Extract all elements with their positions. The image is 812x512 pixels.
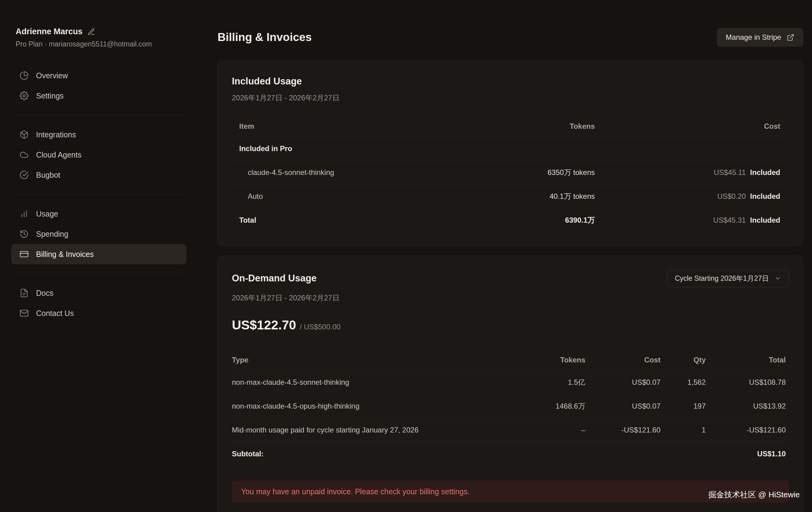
- row-type: non-max-claude-4.5-opus-high-thinking: [232, 402, 494, 410]
- check-circle-icon: [20, 170, 29, 180]
- item-cost-cell: US$0.20 Included: [595, 192, 789, 200]
- column-header-cost: Cost: [585, 356, 661, 364]
- sidebar-item-overview[interactable]: Overview: [11, 65, 186, 86]
- group-label: Included in Pro: [232, 144, 446, 153]
- column-header-tokens: Tokens: [446, 122, 595, 131]
- sidebar-item-spending[interactable]: Spending: [11, 224, 186, 244]
- sidebar-item-label: Billing & Invoices: [36, 250, 94, 259]
- included-usage-date-range: 2026年1月27日 - 2026年2月27日: [232, 93, 789, 103]
- row-qty: 1: [661, 426, 706, 434]
- external-link-icon: [787, 34, 794, 41]
- on-demand-amount-row: US$122.70 / US$500.00: [232, 318, 789, 332]
- cycle-selector-label: Cycle Starting 2026年1月27日: [675, 274, 769, 283]
- sidebar-item-label: Settings: [36, 91, 63, 100]
- bar-chart-icon: [20, 209, 29, 218]
- included-usage-title: Included Usage: [232, 76, 789, 87]
- on-demand-table: Type Tokens Cost Qty Total non-max-claud…: [232, 350, 789, 466]
- item-tokens: 40.1万 tokens: [446, 191, 595, 201]
- row-qty: 1,562: [661, 378, 706, 386]
- column-header-qty: Qty: [661, 356, 706, 364]
- subtotal-label: Subtotal:: [232, 450, 494, 458]
- profile: Adrienne Marcus Pro Plan · mariarosagen5…: [11, 27, 202, 48]
- total-cost-cell: US$45.31 Included: [595, 216, 789, 224]
- billing-page: Adrienne Marcus Pro Plan · mariarosagen5…: [0, 0, 812, 512]
- on-demand-limit: / US$500.00: [300, 323, 340, 331]
- sidebar-item-label: Docs: [36, 289, 54, 298]
- manage-button-label: Manage in Stripe: [726, 33, 781, 42]
- edit-profile-icon[interactable]: [87, 28, 95, 36]
- sidebar-item-bugbot[interactable]: Bugbot: [11, 165, 186, 185]
- row-cost: US$0.07: [585, 402, 661, 410]
- cycle-selector[interactable]: Cycle Starting 2026年1月27日: [667, 269, 789, 287]
- row-total: US$13.92: [706, 402, 789, 410]
- sidebar-item-billing-invoices[interactable]: Billing & Invoices: [11, 244, 186, 264]
- sidebar-item-label: Usage: [36, 210, 58, 218]
- sidebar-item-settings[interactable]: Settings: [11, 86, 186, 106]
- history-clock-icon: [20, 230, 29, 239]
- mail-icon: [20, 308, 29, 318]
- sidebar: Adrienne Marcus Pro Plan · mariarosagen5…: [0, 0, 202, 512]
- item-cost: US$45.11: [714, 168, 746, 177]
- profile-name: Adrienne Marcus: [16, 27, 83, 36]
- row-type: non-max-claude-4.5-sonnet-thinking: [232, 378, 494, 386]
- table-header-row: Item Tokens Cost: [232, 116, 789, 137]
- item-name: claude-4.5-sonnet-thinking: [232, 168, 446, 177]
- chevron-down-icon: [775, 275, 781, 282]
- row-tokens: –: [494, 426, 585, 434]
- column-header-total: Total: [706, 356, 789, 364]
- on-demand-card-header: On-Demand Usage Cycle Starting 2026年1月27…: [232, 269, 789, 287]
- subtotal-row: Subtotal: US$1.10: [232, 442, 789, 466]
- column-header-item: Item: [232, 122, 446, 131]
- table-row: Auto 40.1万 tokens US$0.20 Included: [232, 184, 789, 208]
- on-demand-date-range: 2026年1月27日 - 2026年2月27日: [232, 293, 789, 302]
- sidebar-divider: [11, 115, 186, 115]
- sidebar-item-label: Cloud Agents: [36, 151, 82, 159]
- sidebar-item-label: Contact Us: [36, 309, 74, 318]
- total-cost: US$45.31: [713, 216, 746, 224]
- pie-chart-icon: [20, 71, 29, 80]
- sidebar-item-usage[interactable]: Usage: [11, 204, 186, 224]
- table-row: Mid-month usage paid for cycle starting …: [232, 418, 789, 442]
- row-qty: 197: [661, 402, 706, 410]
- table-row: claude-4.5-sonnet-thinking 6350万 tokens …: [232, 161, 789, 184]
- table-row: non-max-claude-4.5-opus-high-thinking 14…: [232, 394, 789, 418]
- warning-text: You may have an unpaid invoice. Please c…: [241, 487, 469, 496]
- gear-icon: [20, 91, 29, 100]
- included-badge: Included: [750, 168, 780, 177]
- included-badge: Included: [750, 192, 780, 200]
- package-icon: [20, 130, 29, 139]
- on-demand-usage-title: On-Demand Usage: [232, 272, 317, 284]
- sidebar-divider: [11, 194, 186, 194]
- column-header-type: Type: [232, 356, 494, 364]
- included-usage-table: Item Tokens Cost Included in Pro claude-…: [232, 116, 789, 232]
- on-demand-usage-card: On-Demand Usage Cycle Starting 2026年1月27…: [218, 256, 803, 512]
- row-cost: -US$121.60: [585, 426, 661, 434]
- table-row: non-max-claude-4.5-sonnet-thinking 1.5亿 …: [232, 370, 789, 394]
- main-content: Billing & Invoices Manage in Stripe Incl…: [218, 0, 803, 512]
- sidebar-nav: Overview Settings Integrations Cloud Age…: [11, 65, 202, 323]
- sidebar-item-label: Overview: [36, 71, 68, 80]
- sidebar-divider: [11, 273, 186, 274]
- item-cost: US$0.20: [717, 192, 746, 200]
- sidebar-item-cloud-agents[interactable]: Cloud Agents: [11, 145, 186, 165]
- column-header-tokens: Tokens: [494, 356, 585, 364]
- main-header: Billing & Invoices Manage in Stripe: [218, 26, 803, 48]
- total-tokens: 6390.1万: [446, 215, 595, 225]
- row-cost: US$0.07: [585, 378, 661, 386]
- page-title: Billing & Invoices: [218, 31, 312, 44]
- row-total: US$108.78: [706, 378, 789, 386]
- on-demand-amount: US$122.70: [232, 318, 296, 332]
- sidebar-item-contact-us[interactable]: Contact Us: [11, 303, 186, 323]
- sidebar-item-docs[interactable]: Docs: [11, 283, 186, 303]
- sidebar-item-integrations[interactable]: Integrations: [11, 125, 186, 145]
- table-total-row: Total 6390.1万 US$45.31 Included: [232, 208, 789, 232]
- document-icon: [20, 289, 29, 298]
- included-usage-card: Included Usage 2026年1月27日 - 2026年2月27日 I…: [218, 60, 803, 246]
- row-tokens: 1.5亿: [494, 377, 585, 387]
- table-header-row: Type Tokens Cost Qty Total: [232, 350, 789, 370]
- unpaid-invoice-warning: You may have an unpaid invoice. Please c…: [232, 481, 789, 503]
- credit-card-icon: [20, 249, 29, 259]
- included-badge: Included: [750, 216, 780, 224]
- manage-in-stripe-button[interactable]: Manage in Stripe: [717, 28, 803, 47]
- sidebar-item-label: Spending: [36, 230, 68, 239]
